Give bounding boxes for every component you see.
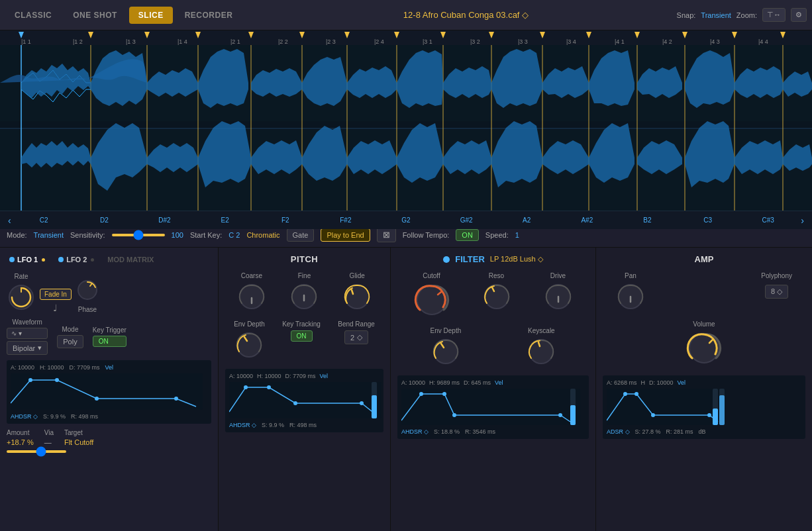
waveform-selector[interactable]: ∿ ▾ bbox=[7, 328, 48, 339]
tab-slice[interactable]: SLICE bbox=[129, 7, 173, 24]
bend-range-group: Bend Range 2 ◇ bbox=[338, 320, 375, 361]
mode-selector[interactable]: Poly bbox=[57, 335, 83, 348]
amp-adsr[interactable]: ADSR ◇ bbox=[607, 428, 630, 435]
tab-one-shot[interactable]: ONE SHOT bbox=[64, 7, 127, 24]
svg-text:|4 2: |4 2 bbox=[662, 38, 672, 45]
filter-vel: Vel bbox=[495, 379, 503, 386]
amount-section: Amount +18.7 % Via — Target Flt Cutoff bbox=[7, 429, 211, 446]
key-label-d2[interactable]: D2 bbox=[74, 217, 134, 224]
nav-right[interactable]: › bbox=[798, 215, 807, 226]
filter-env-depth-knob[interactable] bbox=[431, 337, 460, 367]
mode-value[interactable]: Transient bbox=[34, 231, 64, 239]
gate-btn[interactable]: Gate bbox=[287, 228, 315, 242]
key-label-cs3[interactable]: C#3 bbox=[738, 217, 798, 224]
tab-classic[interactable]: CLASSIC bbox=[5, 7, 61, 24]
tab-lfo1[interactable]: LFO 1 bbox=[7, 254, 48, 265]
zoom-label: Zoom: bbox=[736, 11, 757, 19]
amount-slider[interactable] bbox=[7, 450, 66, 453]
glide-knob[interactable] bbox=[342, 282, 372, 313]
volume-knob[interactable] bbox=[686, 330, 722, 367]
lfo1-power-dot[interactable] bbox=[9, 257, 15, 262]
note-sync-icon[interactable]: ♩ bbox=[53, 303, 58, 313]
start-key-value[interactable]: C 2 bbox=[228, 231, 240, 239]
sensitivity-slider[interactable] bbox=[112, 234, 165, 236]
drive-group: Drive bbox=[544, 272, 573, 319]
settings-btn[interactable]: ⚙ bbox=[791, 8, 807, 22]
phase-knob[interactable] bbox=[76, 278, 99, 303]
waveform-label: Waveform bbox=[7, 318, 48, 326]
reso-group: Reso bbox=[482, 272, 511, 319]
filter-ahdsr[interactable]: AHDSR ◇ bbox=[401, 428, 429, 435]
pitch-ahdsr2[interactable]: AHDSR ◇ bbox=[229, 422, 256, 428]
key-label-a2[interactable]: A2 bbox=[497, 217, 557, 224]
reso-label: Reso bbox=[489, 272, 504, 279]
amount-label: Amount bbox=[7, 429, 34, 436]
key-label-g2[interactable]: G2 bbox=[376, 217, 436, 224]
reso-knob[interactable] bbox=[482, 282, 511, 313]
key-label-fs2[interactable]: F#2 bbox=[315, 217, 376, 224]
tab-recorder[interactable]: RECORDER bbox=[176, 7, 242, 24]
amount-value[interactable]: +18.7 % bbox=[7, 438, 34, 446]
key-label-c3[interactable]: C3 bbox=[678, 217, 738, 224]
zoom-fit-btn[interactable]: ⊤↔ bbox=[762, 8, 786, 22]
coarse-knob[interactable] bbox=[237, 282, 266, 313]
file-name[interactable]: 12-8 Afro Cuban Conga 03.caf ◇ bbox=[258, 10, 674, 20]
follow-tempo-value[interactable]: ON bbox=[456, 229, 479, 241]
svg-rect-91 bbox=[719, 395, 725, 425]
waveform-canvas[interactable] bbox=[0, 45, 812, 211]
svg-point-59 bbox=[360, 401, 364, 405]
rate-knob[interactable] bbox=[7, 283, 36, 313]
volume-label: Volume bbox=[693, 320, 715, 328]
pan-group: Pan bbox=[616, 272, 645, 313]
sensitivity-value: 100 bbox=[172, 231, 183, 239]
key-label-f2[interactable]: F2 bbox=[255, 217, 315, 224]
key-label-c2[interactable]: C2 bbox=[14, 217, 74, 224]
bipolar-selector[interactable]: Bipolar ▾ bbox=[7, 341, 48, 355]
lfo1-label: LFO 1 bbox=[17, 256, 38, 264]
svg-point-84 bbox=[623, 392, 627, 396]
pitch-top-knobs: Coarse Fine bbox=[225, 272, 383, 313]
key-trigger-value[interactable]: ON bbox=[93, 336, 127, 347]
drive-knob[interactable] bbox=[544, 282, 573, 313]
nav-left[interactable]: ‹ bbox=[5, 215, 14, 226]
target-group: Target Flt Cutoff bbox=[64, 429, 93, 446]
speed-value[interactable]: 1 bbox=[515, 231, 519, 239]
polyphony-value[interactable]: 8 ◇ bbox=[765, 285, 788, 299]
via-value[interactable]: — bbox=[44, 438, 54, 446]
svg-text:|1 3: |1 3 bbox=[126, 38, 136, 45]
env-depth-knob[interactable] bbox=[234, 330, 264, 361]
fine-knob[interactable] bbox=[289, 282, 319, 313]
pitch-ahdsr-label[interactable]: AHDSR ◇ bbox=[11, 413, 38, 420]
bend-range-value[interactable]: 2 ◇ bbox=[344, 330, 368, 344]
key-label-gs2[interactable]: G#2 bbox=[436, 217, 497, 224]
key-tracking-value[interactable]: ON bbox=[291, 330, 313, 342]
svg-point-57 bbox=[267, 385, 271, 389]
key-label-ds2[interactable]: D#2 bbox=[134, 217, 195, 224]
lfo2-power-dot[interactable] bbox=[58, 257, 64, 262]
sensitivity-label: Sensitivity: bbox=[70, 231, 105, 239]
pan-knob[interactable] bbox=[616, 282, 645, 313]
waveform-svg bbox=[0, 45, 812, 211]
svg-text:|2 4: |2 4 bbox=[374, 38, 384, 45]
snap-value[interactable]: Transient bbox=[701, 11, 731, 19]
filter-type[interactable]: LP 12dB Lush ◇ bbox=[490, 255, 543, 264]
filter-power-btn[interactable] bbox=[443, 256, 450, 263]
filter-env-h: H: 9689 ms bbox=[429, 379, 460, 386]
svg-text:|1 4: |1 4 bbox=[178, 38, 187, 45]
fade-in-btn[interactable]: Fade In bbox=[40, 289, 72, 300]
cutoff-group: Cutoff bbox=[414, 272, 450, 319]
svg-rect-89 bbox=[713, 409, 718, 425]
key-label-b2[interactable]: B2 bbox=[617, 217, 678, 224]
keyscale-knob[interactable] bbox=[527, 337, 556, 367]
main-container: CLASSIC ONE SHOT SLICE RECORDER 12-8 Afr… bbox=[0, 0, 812, 531]
target-value[interactable]: Flt Cutoff bbox=[64, 438, 93, 446]
key-label-as2[interactable]: A#2 bbox=[557, 217, 617, 224]
key-label-e2[interactable]: E2 bbox=[195, 217, 255, 224]
chromatic-value[interactable]: Chromatic bbox=[246, 231, 279, 239]
play-to-end-btn[interactable]: Play to End bbox=[321, 228, 370, 242]
tab-mod-matrix[interactable]: MOD MATRIX bbox=[105, 254, 156, 265]
cutoff-knob[interactable] bbox=[414, 282, 450, 319]
loop-btn[interactable]: ⊠ bbox=[377, 227, 396, 242]
svg-point-44 bbox=[55, 378, 59, 382]
tab-lfo2[interactable]: LFO 2 bbox=[56, 254, 97, 265]
